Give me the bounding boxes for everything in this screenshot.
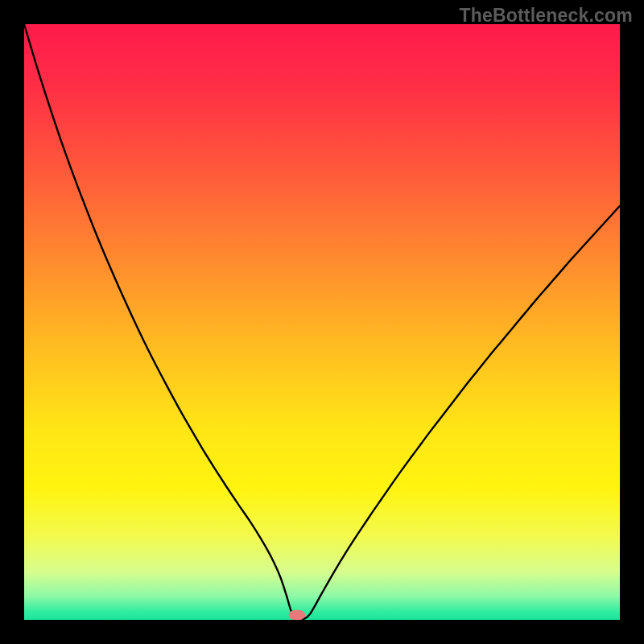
watermark-text: TheBottleneck.com <box>459 5 633 27</box>
chart-frame: TheBottleneck.com <box>0 0 644 644</box>
gradient-background <box>24 24 620 620</box>
chart-svg <box>24 24 620 620</box>
plot-area <box>24 24 620 620</box>
